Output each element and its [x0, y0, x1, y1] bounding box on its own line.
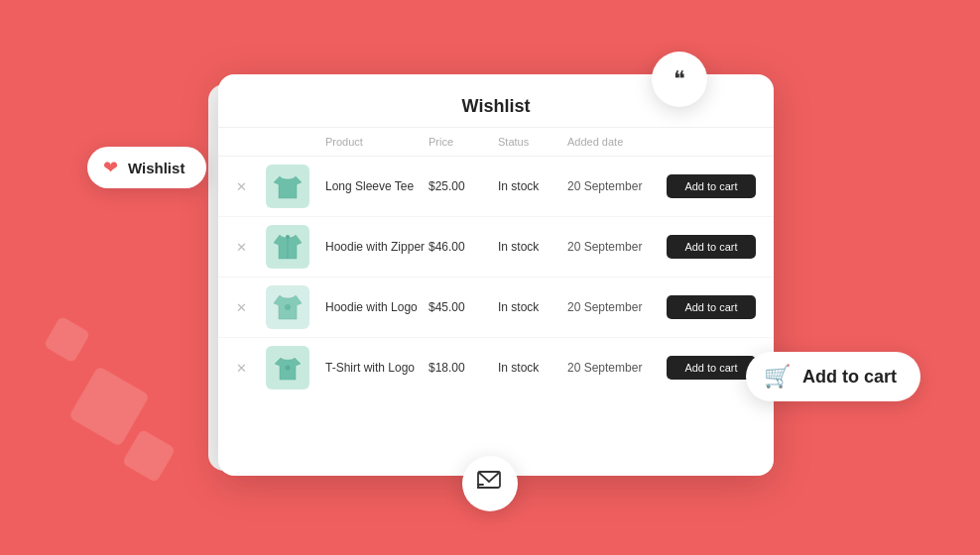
svg-point-6 — [286, 366, 291, 371]
heart-icon: ❤ — [103, 157, 118, 178]
product-date-4: 20 September — [567, 361, 667, 375]
add-to-cart-bubble-label: Add to cart — [802, 367, 897, 388]
remove-button-4[interactable]: ✕ — [236, 361, 266, 376]
add-to-cart-button-2[interactable]: Add to cart — [667, 235, 756, 259]
product-date-1: 20 September — [567, 179, 667, 193]
product-date-3: 20 September — [567, 300, 667, 314]
product-name-4: T-Shirt with Logo — [325, 361, 429, 375]
email-icon — [477, 471, 503, 497]
remove-button-1[interactable]: ✕ — [236, 179, 266, 194]
cart-icon: 🛒 — [764, 364, 791, 389]
product-status-1: In stock — [498, 179, 567, 193]
email-bubble — [462, 456, 518, 511]
col-remove — [236, 136, 266, 148]
product-status-2: In stock — [498, 240, 567, 254]
product-name-2: Hoodie with Zipper — [325, 240, 429, 254]
deco-square-2 — [122, 429, 177, 484]
quote-icon: ❝ — [674, 66, 685, 92]
table-header: Product Price Status Added date — [218, 128, 774, 157]
product-image-2 — [266, 225, 309, 269]
col-status: Status — [498, 136, 567, 148]
product-date-2: 20 September — [567, 240, 667, 254]
product-price-2: $46.00 — [429, 240, 498, 254]
col-img — [266, 136, 325, 148]
table-row: ✕ Hoodie with Logo $45.00 In stock 20 Se… — [218, 278, 774, 338]
col-product: Product — [325, 136, 429, 148]
table-row: ✕ Hoodie with Zipper $46.00 In stock 20 … — [218, 217, 774, 278]
deco-square-3 — [44, 316, 91, 364]
col-date: Added date — [567, 136, 667, 148]
product-image-1 — [266, 165, 309, 208]
product-price-4: $18.00 — [429, 361, 498, 375]
product-status-4: In stock — [498, 361, 567, 375]
add-to-cart-bubble[interactable]: 🛒 Add to cart — [746, 352, 920, 401]
product-image-4 — [266, 346, 309, 389]
product-status-3: In stock — [498, 300, 567, 314]
product-price-3: $45.00 — [429, 300, 498, 314]
table-row: ✕ Long Sleeve Tee $25.00 In stock 20 Sep… — [218, 157, 774, 217]
wishlist-badge[interactable]: ❤ Wishlist — [87, 147, 206, 188]
product-image-3 — [266, 285, 309, 329]
add-to-cart-button-4[interactable]: Add to cart — [667, 356, 756, 380]
product-name-3: Hoodie with Logo — [325, 300, 429, 314]
col-price: Price — [429, 136, 498, 148]
svg-point-5 — [285, 304, 291, 310]
col-action — [667, 136, 756, 148]
quote-bubble: ❝ — [652, 52, 707, 107]
product-price-1: $25.00 — [429, 179, 498, 193]
add-to-cart-button-3[interactable]: Add to cart — [667, 295, 756, 319]
remove-button-2[interactable]: ✕ — [236, 240, 266, 255]
product-name-1: Long Sleeve Tee — [325, 179, 429, 193]
wishlist-badge-label: Wishlist — [128, 160, 184, 176]
remove-button-3[interactable]: ✕ — [236, 300, 266, 315]
wishlist-card: Wishlist Product Price Status Added date… — [218, 74, 774, 476]
add-to-cart-button-1[interactable]: Add to cart — [667, 174, 756, 198]
table-row: ✕ T-Shirt with Logo $18.00 In stock 20 S… — [218, 338, 774, 397]
svg-point-4 — [286, 235, 290, 239]
